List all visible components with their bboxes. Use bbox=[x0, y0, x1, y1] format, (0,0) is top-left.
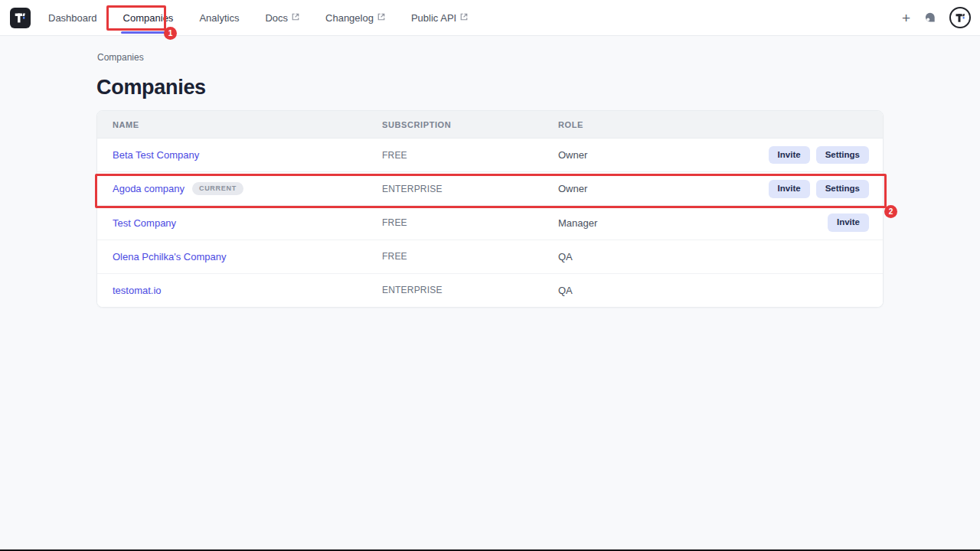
company-link[interactable]: Beta Test Company bbox=[113, 149, 199, 161]
nav-item-companies[interactable]: Companies bbox=[123, 8, 174, 28]
nav-item-public-api[interactable]: Public API bbox=[411, 8, 468, 28]
support-icon[interactable] bbox=[923, 11, 937, 25]
companies-table: NAME SUBSCRIPTION ROLE Beta Test Company… bbox=[96, 110, 884, 308]
nav-item-changelog[interactable]: Changelog bbox=[325, 8, 385, 28]
role-cell: QA bbox=[558, 285, 869, 296]
table-row: Olena Pchilka's CompanyFREEQA bbox=[97, 240, 883, 273]
nav-label: Changelog bbox=[325, 12, 374, 24]
testomat-logo[interactable] bbox=[10, 8, 31, 28]
current-company-badge: CURRENT bbox=[192, 182, 243, 195]
row-actions: InviteSettings bbox=[769, 180, 883, 198]
invite-button[interactable]: Invite bbox=[828, 214, 869, 232]
annotation-badge-2: 2 bbox=[884, 205, 897, 218]
nav-item-analytics[interactable]: Analytics bbox=[199, 8, 239, 28]
external-link-icon bbox=[460, 13, 468, 21]
column-header-subscription: SUBSCRIPTION bbox=[382, 120, 558, 129]
nav-item-dashboard[interactable]: Dashboard bbox=[48, 8, 97, 28]
settings-button[interactable]: Settings bbox=[816, 180, 869, 198]
nav-item-docs[interactable]: Docs bbox=[265, 8, 299, 28]
row-actions: Invite bbox=[828, 214, 883, 232]
nav-right-actions: + bbox=[902, 7, 972, 28]
table-row: testomat.ioENTERPRISEQA bbox=[97, 273, 883, 307]
avatar-logo-glyph bbox=[955, 12, 966, 24]
row-actions: InviteSettings bbox=[769, 146, 883, 165]
role-cell: Manager bbox=[558, 217, 828, 229]
external-link-icon bbox=[292, 13, 299, 21]
external-link-icon bbox=[377, 13, 385, 21]
subscription-cell: ENTERPRISE bbox=[382, 285, 558, 295]
settings-button[interactable]: Settings bbox=[816, 146, 869, 165]
nav-label: Docs bbox=[265, 12, 288, 24]
table-row: Beta Test CompanyFREEOwnerInviteSettings bbox=[97, 139, 883, 171]
column-header-name: NAME bbox=[113, 120, 382, 129]
company-link[interactable]: Olena Pchilka's Company bbox=[113, 251, 226, 262]
subscription-cell: FREE bbox=[382, 217, 558, 228]
role-cell: QA bbox=[558, 251, 869, 262]
table-header-row: NAME SUBSCRIPTION ROLE bbox=[97, 111, 883, 139]
table-body: Beta Test CompanyFREEOwnerInviteSettings… bbox=[97, 139, 883, 307]
testomat-logo-glyph bbox=[14, 11, 27, 24]
plus-icon[interactable]: + bbox=[902, 11, 910, 25]
nav-items: Dashboard Companies Analytics Docs Chang… bbox=[48, 8, 468, 28]
table-row: Test CompanyFREEManagerInvite bbox=[97, 205, 883, 239]
invite-button[interactable]: Invite bbox=[769, 180, 810, 198]
role-cell: Owner bbox=[558, 149, 769, 161]
role-cell: Owner bbox=[558, 183, 769, 194]
active-tab-underline bbox=[121, 31, 176, 34]
page-title: Companies bbox=[96, 76, 206, 99]
company-link[interactable]: Test Company bbox=[113, 217, 176, 229]
nav-label: Dashboard bbox=[48, 12, 97, 24]
nav-label: Companies bbox=[123, 12, 174, 24]
breadcrumb[interactable]: Companies bbox=[97, 52, 144, 63]
company-link[interactable]: testomat.io bbox=[113, 285, 162, 296]
subscription-cell: FREE bbox=[382, 251, 558, 262]
company-link[interactable]: Agoda company bbox=[113, 183, 185, 194]
nav-label: Analytics bbox=[199, 12, 239, 24]
subscription-cell: ENTERPRISE bbox=[382, 184, 558, 194]
nav-label: Public API bbox=[411, 12, 456, 24]
column-header-role: ROLE bbox=[558, 120, 883, 129]
table-row: Agoda companyCURRENTENTERPRISEOwnerInvit… bbox=[97, 171, 883, 205]
top-navigation-bar: Dashboard Companies Analytics Docs Chang… bbox=[0, 0, 980, 36]
user-avatar[interactable] bbox=[949, 7, 971, 28]
invite-button[interactable]: Invite bbox=[769, 146, 810, 165]
subscription-cell: FREE bbox=[382, 150, 558, 161]
